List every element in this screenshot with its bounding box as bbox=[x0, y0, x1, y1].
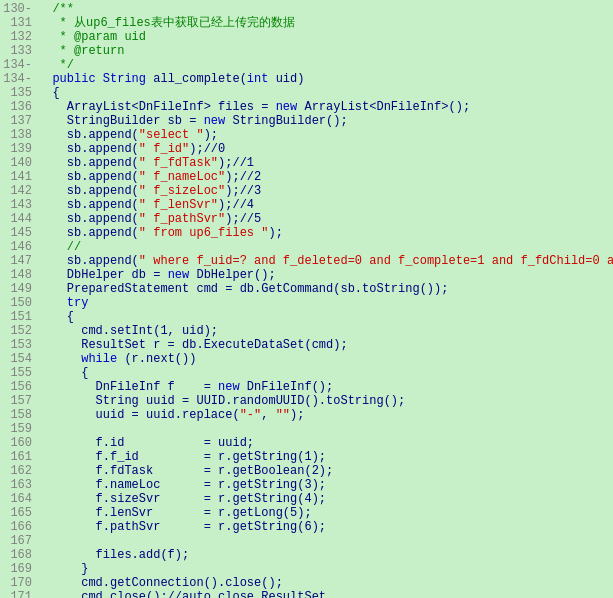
code-line: 152 cmd.setInt(1, uid); bbox=[0, 324, 613, 338]
code-line: 169 } bbox=[0, 562, 613, 576]
code-segment: all_complete( bbox=[146, 72, 247, 86]
line-code: sb.append(" from up6_files "); bbox=[38, 226, 613, 240]
code-segment: { bbox=[38, 310, 74, 324]
code-segment: "select " bbox=[139, 128, 204, 142]
line-code: String uuid = UUID.randomUUID().toString… bbox=[38, 394, 613, 408]
code-segment: */ bbox=[38, 58, 74, 72]
code-line: 133 * @return bbox=[0, 44, 613, 58]
code-segment: sb.append( bbox=[38, 156, 139, 170]
code-segment: cmd.setInt(1, uid); bbox=[38, 324, 218, 338]
code-segment: StringBuilder(); bbox=[225, 114, 347, 128]
code-segment: cmd.close();//auto close ResultSet bbox=[38, 590, 326, 598]
code-line: 142 sb.append(" f_sizeLoc");//3 bbox=[0, 184, 613, 198]
code-segment: new bbox=[218, 380, 240, 394]
line-code: { bbox=[38, 86, 613, 100]
line-code: f.id = uuid; bbox=[38, 436, 613, 450]
line-number: 168 bbox=[0, 548, 38, 562]
line-number: 167 bbox=[0, 534, 38, 548]
code-segment: " f_pathSvr" bbox=[139, 212, 225, 226]
code-segment: "-" bbox=[240, 408, 262, 422]
code-line: 148 DbHelper db = new DbHelper(); bbox=[0, 268, 613, 282]
code-segment: String bbox=[103, 72, 146, 86]
code-line: 153 ResultSet r = db.ExecuteDataSet(cmd)… bbox=[0, 338, 613, 352]
line-code: DnFileInf f = new DnFileInf(); bbox=[38, 380, 613, 394]
code-segment: } bbox=[38, 562, 88, 576]
line-number: 134- bbox=[0, 72, 38, 86]
code-segment: * @param uid bbox=[38, 30, 146, 44]
code-line: 151 { bbox=[0, 310, 613, 324]
line-code: sb.append(" f_id");//0 bbox=[38, 142, 613, 156]
line-code: * 从up6_files表中获取已经上传完的数据 bbox=[38, 16, 613, 30]
code-segment: );//1 bbox=[218, 156, 254, 170]
line-code: DbHelper db = new DbHelper(); bbox=[38, 268, 613, 282]
code-line: 156 DnFileInf f = new DnFileInf(); bbox=[0, 380, 613, 394]
line-number: 153 bbox=[0, 338, 38, 352]
code-line: 150 try bbox=[0, 296, 613, 310]
line-code: while (r.next()) bbox=[38, 352, 613, 366]
code-segment: f.fdTask = r.getBoolean(2); bbox=[38, 464, 333, 478]
line-number: 134- bbox=[0, 58, 38, 72]
code-segment: cmd.getConnection().close(); bbox=[38, 576, 283, 590]
code-line: 138 sb.append("select "); bbox=[0, 128, 613, 142]
line-code bbox=[38, 422, 613, 436]
code-line: 134- */ bbox=[0, 58, 613, 72]
code-line: 168 files.add(f); bbox=[0, 548, 613, 562]
code-segment: new bbox=[168, 268, 190, 282]
line-number: 156 bbox=[0, 380, 38, 394]
code-segment: " f_fdTask" bbox=[139, 156, 218, 170]
code-segment: , bbox=[261, 408, 275, 422]
line-code: sb.append(" where f_uid=? and f_deleted=… bbox=[38, 254, 613, 268]
line-number: 171 bbox=[0, 590, 38, 598]
line-number: 158 bbox=[0, 408, 38, 422]
code-segment: " from up6_files " bbox=[139, 226, 269, 240]
code-segment: String uuid = UUID.randomUUID().toString… bbox=[38, 394, 405, 408]
line-code: sb.append(" f_nameLoc");//2 bbox=[38, 170, 613, 184]
line-number: 154 bbox=[0, 352, 38, 366]
code-segment: );//4 bbox=[218, 198, 254, 212]
code-segment: );//5 bbox=[225, 212, 261, 226]
line-number: 132 bbox=[0, 30, 38, 44]
code-segment: f.id = uuid; bbox=[38, 436, 254, 450]
line-code: /** bbox=[38, 2, 613, 16]
line-code: f.sizeSvr = r.getString(4); bbox=[38, 492, 613, 506]
line-number: 133 bbox=[0, 44, 38, 58]
code-segment: f.pathSvr = r.getString(6); bbox=[38, 520, 326, 534]
code-segment: );//3 bbox=[225, 184, 261, 198]
code-segment: // bbox=[38, 240, 81, 254]
code-line: 139 sb.append(" f_id");//0 bbox=[0, 142, 613, 156]
code-line: 136 ArrayList<DnFileInf> files = new Arr… bbox=[0, 100, 613, 114]
code-line: 130- /** bbox=[0, 2, 613, 16]
line-code: ArrayList<DnFileInf> files = new ArrayLi… bbox=[38, 100, 613, 114]
line-number: 161 bbox=[0, 450, 38, 464]
line-code: cmd.close();//auto close ResultSet bbox=[38, 590, 613, 598]
code-segment: ArrayList<DnFileInf> files = bbox=[38, 100, 276, 114]
code-segment: );//2 bbox=[225, 170, 261, 184]
code-segment: f.f_id = r.getString(1); bbox=[38, 450, 326, 464]
line-code: f.nameLoc = r.getString(3); bbox=[38, 478, 613, 492]
code-segment: f.lenSvr = r.getLong(5); bbox=[38, 506, 312, 520]
line-number: 140 bbox=[0, 156, 38, 170]
code-line: 140 sb.append(" f_fdTask");//1 bbox=[0, 156, 613, 170]
line-number: 159 bbox=[0, 422, 38, 436]
line-code: sb.append(" f_sizeLoc");//3 bbox=[38, 184, 613, 198]
line-number: 157 bbox=[0, 394, 38, 408]
code-line: 149 PreparedStatement cmd = db.GetComman… bbox=[0, 282, 613, 296]
line-number: 137 bbox=[0, 114, 38, 128]
line-code bbox=[38, 534, 613, 548]
line-code: cmd.setInt(1, uid); bbox=[38, 324, 613, 338]
line-code: */ bbox=[38, 58, 613, 72]
line-number: 152 bbox=[0, 324, 38, 338]
code-line: 170 cmd.getConnection().close(); bbox=[0, 576, 613, 590]
code-segment: ArrayList<DnFileInf>(); bbox=[297, 100, 470, 114]
code-segment: StringBuilder sb = bbox=[38, 114, 204, 128]
line-code: cmd.getConnection().close(); bbox=[38, 576, 613, 590]
line-number: 164 bbox=[0, 492, 38, 506]
code-segment: uuid = uuid.replace( bbox=[38, 408, 240, 422]
code-line: 158 uuid = uuid.replace("-", ""); bbox=[0, 408, 613, 422]
code-segment: DnFileInf(); bbox=[240, 380, 334, 394]
code-segment: );//0 bbox=[189, 142, 225, 156]
code-segment: f.sizeSvr = r.getString(4); bbox=[38, 492, 326, 506]
code-segment: " f_nameLoc" bbox=[139, 170, 225, 184]
line-code: * @return bbox=[38, 44, 613, 58]
code-segment: new bbox=[276, 100, 298, 114]
